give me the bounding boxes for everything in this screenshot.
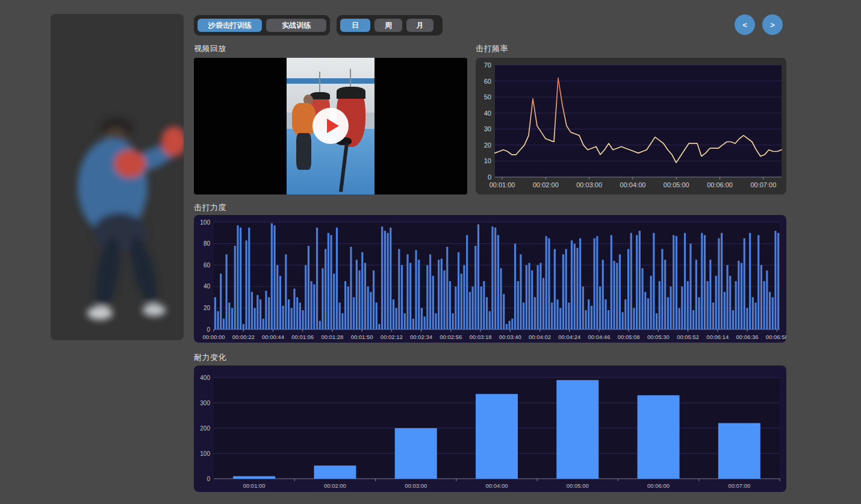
- svg-text:00:02:34: 00:02:34: [410, 334, 432, 340]
- svg-text:00:00:00: 00:00:00: [203, 334, 225, 340]
- svg-text:00:01:00: 00:01:00: [243, 482, 266, 489]
- svg-text:00:05:00: 00:05:00: [664, 181, 689, 188]
- force-chart-title: 击打力度: [194, 202, 226, 213]
- svg-text:00:06:58: 00:06:58: [766, 334, 786, 340]
- play-button[interactable]: [312, 107, 349, 145]
- svg-text:30: 30: [484, 125, 491, 132]
- bag-chain: [319, 72, 320, 92]
- svg-text:100: 100: [200, 450, 210, 457]
- bag-chain: [350, 69, 351, 87]
- svg-text:00:05:30: 00:05:30: [647, 334, 670, 340]
- svg-text:00:05:52: 00:05:52: [677, 334, 699, 340]
- svg-text:00:01:50: 00:01:50: [351, 334, 373, 340]
- svg-text:0: 0: [488, 173, 491, 181]
- svg-text:00:03:00: 00:03:00: [405, 482, 427, 489]
- mode-button-sandbag[interactable]: 沙袋击打训练: [197, 19, 262, 32]
- svg-text:300: 300: [200, 400, 210, 406]
- athlete-legs: [296, 133, 311, 170]
- period-button-week[interactable]: 周: [375, 19, 402, 32]
- svg-text:00:05:08: 00:05:08: [618, 334, 640, 340]
- svg-text:00:02:00: 00:02:00: [324, 482, 346, 489]
- endurance-chart-title: 耐力变化: [194, 352, 226, 363]
- svg-text:00:02:00: 00:02:00: [533, 181, 559, 188]
- svg-text:00:00:22: 00:00:22: [232, 334, 255, 340]
- svg-text:40: 40: [204, 283, 211, 290]
- svg-text:00:01:28: 00:01:28: [321, 334, 343, 340]
- nav-previous-button[interactable]: <: [735, 14, 755, 35]
- svg-text:00:06:14: 00:06:14: [706, 334, 729, 340]
- svg-text:00:03:40: 00:03:40: [499, 334, 521, 340]
- svg-text:00:01:06: 00:01:06: [291, 334, 314, 340]
- svg-text:200: 200: [200, 425, 210, 432]
- video-section-title: 视频回放: [194, 43, 226, 54]
- svg-text:80: 80: [204, 240, 211, 247]
- period-group: 日 周 月: [337, 15, 443, 36]
- svg-text:00:04:46: 00:04:46: [588, 334, 610, 340]
- frequency-line-chart: 01020304050607000:01:0000:02:0000:03:000…: [476, 58, 786, 194]
- svg-text:00:06:00: 00:06:00: [707, 181, 733, 188]
- svg-text:00:07:00: 00:07:00: [750, 181, 776, 188]
- svg-text:00:04:02: 00:04:02: [529, 334, 551, 340]
- svg-text:00:04:24: 00:04:24: [558, 334, 580, 340]
- chevron-left-icon: <: [742, 20, 747, 30]
- svg-text:00:05:00: 00:05:00: [567, 482, 589, 489]
- svg-text:20: 20: [484, 142, 491, 149]
- svg-text:400: 400: [200, 375, 210, 381]
- gym-beam: [287, 78, 375, 84]
- chevron-right-icon: >: [770, 20, 775, 30]
- boxer-figure-panel: [51, 14, 184, 340]
- svg-text:00:02:56: 00:02:56: [440, 334, 462, 340]
- svg-text:00:03:18: 00:03:18: [470, 334, 492, 340]
- dashboard: 沙袋击打训练 实战训练 日 周 月 < > 视频回放: [0, 0, 861, 504]
- svg-text:60: 60: [204, 262, 211, 269]
- svg-text:70: 70: [484, 61, 491, 69]
- period-button-day[interactable]: 日: [340, 19, 370, 32]
- mode-button-sparring[interactable]: 实战训练: [266, 19, 326, 32]
- svg-text:50: 50: [484, 93, 491, 101]
- boxer-figure-image: [51, 14, 184, 340]
- svg-text:00:04:00: 00:04:00: [620, 181, 646, 188]
- svg-text:0: 0: [207, 326, 210, 333]
- svg-text:0: 0: [207, 476, 210, 482]
- svg-text:40: 40: [484, 110, 491, 117]
- svg-text:00:01:00: 00:01:00: [490, 181, 515, 188]
- endurance-bar-chart: 010020030040000:01:0000:02:0000:03:0000:…: [194, 366, 786, 492]
- force-bar-chart: 02040608010000:00:0000:00:2200:00:4400:0…: [194, 215, 786, 343]
- training-mode-group: 沙袋击打训练 实战训练: [194, 15, 330, 36]
- svg-text:00:07:00: 00:07:00: [728, 482, 750, 489]
- nav-next-button[interactable]: >: [762, 14, 783, 35]
- svg-text:00:03:00: 00:03:00: [576, 181, 602, 188]
- svg-text:00:06:00: 00:06:00: [647, 482, 670, 489]
- period-button-month[interactable]: 月: [406, 19, 434, 32]
- svg-text:00:00:44: 00:00:44: [262, 334, 284, 340]
- svg-text:00:04:00: 00:04:00: [486, 482, 508, 489]
- svg-text:100: 100: [200, 219, 210, 226]
- svg-text:20: 20: [204, 305, 211, 311]
- video-player: [194, 58, 467, 194]
- svg-text:10: 10: [484, 157, 491, 164]
- frequency-chart-title: 击打频率: [476, 43, 508, 54]
- svg-text:60: 60: [484, 78, 491, 85]
- play-icon: [312, 107, 349, 145]
- svg-text:00:02:12: 00:02:12: [381, 334, 403, 340]
- svg-text:00:06:36: 00:06:36: [736, 334, 759, 340]
